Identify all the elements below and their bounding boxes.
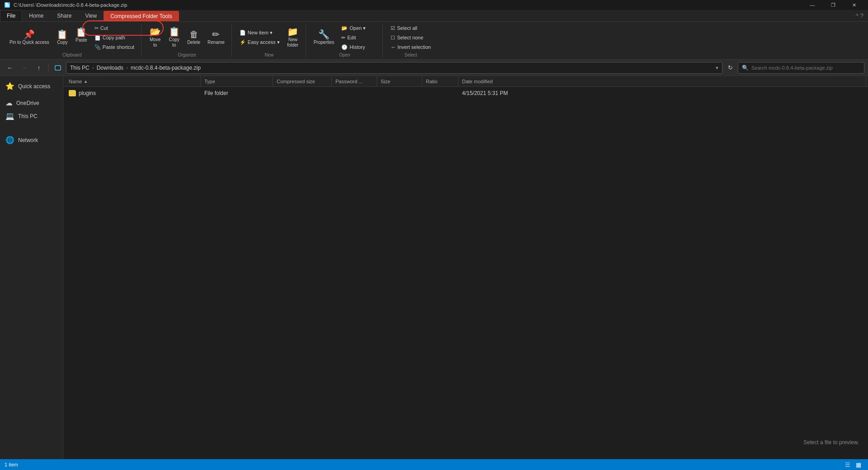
close-button[interactable]: ✕ [844,0,864,10]
sidebar: ⭐ Quick access ☁ OneDrive 💻 This PC 🌐 Ne… [0,76,63,459]
col-header-date[interactable]: Date modified [458,76,866,86]
properties-button[interactable]: 🔧 Properties [311,26,338,49]
onedrive-icon: ☁ [5,99,13,107]
invert-selection-button[interactable]: ↔ Invert selection [387,43,434,52]
copy-path-button[interactable]: 📄 Copy path [91,33,137,42]
detail-view-button[interactable]: ▦ [854,461,863,469]
sidebar-item-onedrive[interactable]: ☁ OneDrive [0,96,63,109]
easy-access-label: Easy access ▾ [248,39,280,45]
tab-home[interactable]: Home [22,10,50,21]
easy-access-button[interactable]: ⚡ Easy access ▾ [236,38,283,47]
copy-button[interactable]: 📋 Copy [53,26,71,49]
file-list-body[interactable]: plugins File folder 4/15/2021 5:31 PM [63,87,868,459]
new-buttons: 📄 New item ▾ ⚡ Easy access ▾ 📁 Newfolder [236,24,302,52]
edit-icon: ✏ [341,35,345,41]
tab-file[interactable]: File [0,10,22,21]
col-header-type[interactable]: Type [201,76,273,86]
delete-button[interactable]: 🗑 Delete [184,26,203,49]
select-all-label: Select all [397,25,417,31]
cut-button[interactable]: ✂ Cut [91,24,137,33]
select-all-button[interactable]: ☑ Select all [387,24,434,33]
pin-button[interactable]: 📌 Pin to Quick access [6,26,52,49]
forward-button[interactable]: → [18,62,31,74]
preview-area: Select a file to preview. [803,439,859,446]
minimize-button[interactable]: — [802,0,823,10]
folder-icon [69,90,76,96]
select-none-label: Select none [397,35,423,40]
col-header-compressed[interactable]: Compressed size [273,76,332,86]
ribbon-collapse-icon[interactable]: ^ [856,12,859,19]
sidebar-item-network[interactable]: 🌐 Network [0,133,63,147]
tab-share[interactable]: Share [50,10,78,21]
ribbon-group-select: ☑ Select all ☐ Select none ↔ Invert sele… [384,24,438,57]
breadcrumb-downloads[interactable]: Downloads [97,65,123,71]
recent-locations-button[interactable] [52,62,64,74]
col-name-label: Name [69,79,82,84]
preview-text: Select a file to preview. [803,439,859,446]
ribbon-group-open: 🔧 Properties 📂 Open ▾ ✏ Edit 🕐 History O… [307,24,383,57]
address-bar[interactable]: This PC › Downloads › mcdc-0.8.4-beta-pa… [66,62,722,74]
tab-view[interactable]: View [78,10,104,21]
breadcrumb-pc[interactable]: This PC [70,65,90,71]
edit-button[interactable]: ✏ Edit [338,33,379,42]
rename-button[interactable]: ✏ Rename [204,26,228,49]
new-folder-label: Newfolder [287,37,298,48]
col-date-label: Date modified [462,79,493,84]
copy-to-icon: 📋 [169,27,180,36]
rename-icon: ✏ [212,30,220,39]
select-none-button[interactable]: ☐ Select none [387,33,434,42]
sidebar-item-this-pc[interactable]: 💻 This PC [0,109,63,123]
paste-label: Paste [75,38,87,43]
select-col: ☑ Select all ☐ Select none ↔ Invert sele… [387,24,434,52]
pin-icon: 📌 [24,30,35,39]
clipboard-small-col: ✂ Cut 📄 Copy path 📎 Paste shortcut [91,24,137,52]
nav-bar: ← → ↑ This PC › Downloads › mcdc-0.8.4-b… [0,60,868,76]
ribbon-help-icon[interactable]: ? [860,12,863,19]
paste-button[interactable]: 📋 Paste [72,24,90,47]
breadcrumb-zip[interactable]: mcdc-0.8.4-beta-package.zip [131,65,201,71]
ribbon-tabs: File Home Share View Compressed Folder T… [0,10,868,22]
copy-to-button[interactable]: 📋 Copyto [165,26,183,49]
open-button[interactable]: 📂 Open ▾ [338,24,379,33]
tab-tools[interactable]: Compressed Folder Tools [104,11,179,21]
delete-icon: 🗑 [189,30,198,39]
table-row[interactable]: plugins File folder 4/15/2021 5:31 PM [63,87,868,100]
history-button[interactable]: 🕐 History [338,43,379,52]
paste-shortcut-label: Paste shortcut [103,44,134,50]
open-label: Open ▾ [349,25,366,31]
new-folder-icon: 📁 [287,27,298,36]
restore-button[interactable]: ❐ [823,0,844,10]
col-password-label: Password ... [335,79,363,84]
move-icon: 📂 [150,27,161,36]
address-dropdown-icon[interactable]: ▾ [716,65,718,71]
col-header-size[interactable]: Size [377,76,422,86]
refresh-button[interactable]: ↻ [724,62,736,74]
history-icon: 🕐 [341,44,348,50]
search-bar[interactable]: 🔍 [738,62,864,74]
up-button[interactable]: ↑ [33,62,45,74]
list-view-button[interactable]: ☰ [843,461,853,469]
col-header-password[interactable]: Password ... [332,76,377,86]
paste-shortcut-button[interactable]: 📎 Paste shortcut [91,43,137,52]
breadcrumb-sep-1: › [92,65,94,71]
ribbon-group-organize: 📂 Moveto 📋 Copyto 🗑 Delete ✏ Rename Orga… [142,24,232,57]
back-button[interactable]: ← [4,62,16,74]
app-icon [4,1,11,9]
history-label: History [349,44,365,50]
col-header-ratio[interactable]: Ratio [422,76,458,86]
easy-access-icon: ⚡ [240,39,246,45]
search-input[interactable] [751,65,860,71]
new-item-button[interactable]: 📄 New item ▾ [236,28,283,38]
new-folder-button[interactable]: 📁 Newfolder [284,26,302,49]
copy-label: Copy [57,40,67,45]
file-list-header: Name ▲ Type Compressed size Password ...… [63,76,868,87]
svg-rect-4 [56,66,60,70]
sidebar-item-quick-access[interactable]: ⭐ Quick access [0,80,63,93]
file-area: Name ▲ Type Compressed size Password ...… [63,76,868,459]
sort-arrow: ▲ [84,79,88,84]
col-header-name[interactable]: Name ▲ [65,76,201,86]
new-item-label: New item ▾ [248,30,273,36]
move-to-button[interactable]: 📂 Moveto [146,26,164,49]
col-ratio-label: Ratio [426,79,438,84]
new-group-label: New [264,52,274,57]
